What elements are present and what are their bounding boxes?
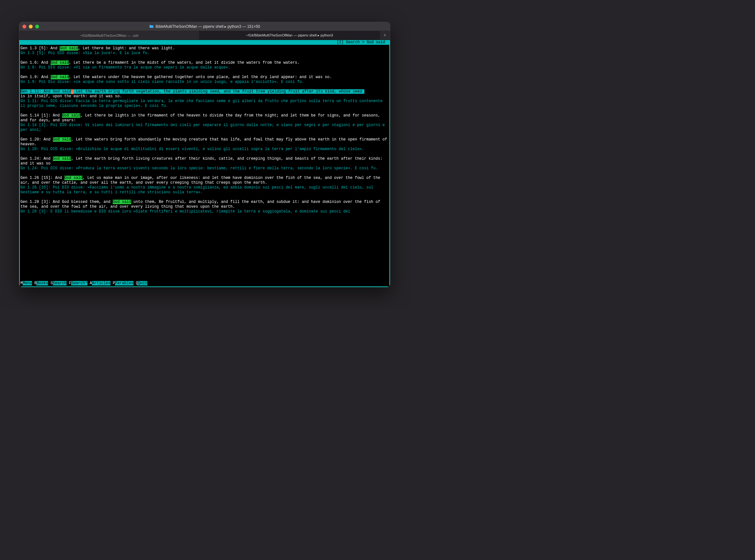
menu-item-quit[interactable]: Quit — [138, 281, 147, 285]
terminal-window: BibleMultiTheSonOfMan — pipenv shell ▸ p… — [19, 22, 390, 287]
titlebar: BibleMultiTheSonOfMan — pipenv shell ▸ p… — [19, 22, 390, 31]
menu-key: S — [51, 281, 53, 285]
folder-icon — [149, 25, 154, 28]
menu-bar: MMenu BBooks SSearch FSearch* AArticles … — [20, 281, 389, 286]
terminal-content: Gen 1.3 [5]: And God said, Let there be … — [20, 45, 389, 214]
search-result[interactable]: Gen 1.9: And God said, Let the waters un… — [20, 75, 389, 84]
menu-item-parables[interactable]: Parables — [115, 281, 134, 285]
tab-add-button[interactable]: + — [380, 31, 390, 40]
menu-item-articles[interactable]: Articles — [92, 281, 111, 285]
search-result[interactable]: Gen 1.20: And God said, Let the waters b… — [20, 137, 389, 152]
search-result[interactable]: Gen 1.6: And God said, Let there be a fi… — [20, 60, 389, 70]
tab-label: ~/Git/BibleMultiTheSonOfMan — pipenv she… — [246, 33, 333, 37]
tab-zsh[interactable]: ~/Git/BibleMultiTheSonOfMan — -zsh — [19, 31, 199, 40]
status-bar: [2] Search > God said — [20, 40, 389, 45]
menu-item-books[interactable]: Books — [37, 281, 48, 285]
search-result[interactable]: Gen 1.11: And God said, Let the earth br… — [20, 89, 389, 108]
menu-item-search[interactable]: Search — [53, 281, 66, 285]
search-result[interactable]: Gen 1.28 [3]: And God blessed them, and … — [20, 200, 389, 214]
search-result[interactable]: Gen 1.24: And God said, Let the earth br… — [20, 157, 389, 171]
search-result[interactable]: Gen 1.26 [15]: And God said, Let us make… — [20, 176, 389, 195]
window-title: BibleMultiTheSonOfMan — pipenv shell ▸ p… — [19, 24, 390, 29]
menu-item-search*[interactable]: Search* — [71, 281, 87, 285]
menu-item-menu[interactable]: Menu — [23, 281, 32, 285]
tabbar: ~/Git/BibleMultiTheSonOfMan — -zsh ~/Git… — [19, 31, 390, 40]
search-result[interactable]: Gen 1.3 [5]: And God said, Let there be … — [20, 46, 389, 56]
tab-python[interactable]: ~/Git/BibleMultiTheSonOfMan — pipenv she… — [199, 31, 380, 40]
terminal-body[interactable]: [2] Search > God said Gen 1.3 [5]: And G… — [19, 40, 390, 287]
tab-label: ~/Git/BibleMultiTheSonOfMan — -zsh — [80, 34, 139, 37]
window-title-text: BibleMultiTheSonOfMan — pipenv shell ▸ p… — [156, 24, 260, 29]
search-result[interactable]: Gen 1.14 [1]: And God said, Let there be… — [20, 113, 389, 133]
